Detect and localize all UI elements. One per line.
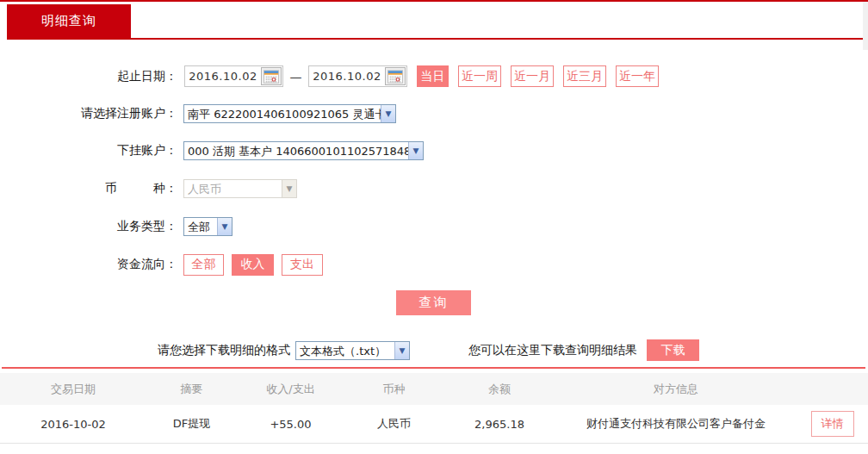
date-range-label: 起止日期： xyxy=(0,69,177,84)
sub-account-row: 下挂账户： 000 活期 基本户 1406600101102571848 ▼ xyxy=(0,141,424,160)
end-date-input[interactable]: 2016.10.02 xyxy=(308,65,407,87)
detail-button[interactable]: 详情 xyxy=(811,411,854,437)
business-type-value: 全部 xyxy=(184,218,217,235)
start-date-calendar-button[interactable] xyxy=(261,67,282,85)
download-format-label: 请您选择下载明细的格式 xyxy=(158,343,290,358)
table-top-divider xyxy=(2,367,865,369)
query-button[interactable]: 查询 xyxy=(396,290,471,315)
business-type-row: 业务类型： 全部 ▼ xyxy=(0,217,232,236)
quick-range-week-button[interactable]: 近一周 xyxy=(458,65,501,87)
calendar-icon xyxy=(388,70,403,84)
fund-flow-label: 资金流向： xyxy=(0,257,177,272)
sub-account-label: 下挂账户： xyxy=(0,143,177,159)
cell-action: 详情 xyxy=(797,411,868,437)
currency-label: 币种： xyxy=(0,181,177,196)
chevron-down-icon: ▼ xyxy=(282,180,296,197)
download-format-value: 文本格式（.txt） xyxy=(296,342,394,359)
chevron-down-icon: ▼ xyxy=(217,218,232,235)
cell-counterparty: 财付通支付科技有限公司客户备付金 xyxy=(555,416,797,432)
date-separator: — xyxy=(283,70,308,84)
quick-range-year-button[interactable]: 近一年 xyxy=(616,65,659,87)
quick-range-month-button[interactable]: 近一月 xyxy=(511,65,554,87)
register-account-label: 请选择注册账户： xyxy=(0,106,177,121)
header-income-expense: 收入/支出 xyxy=(237,382,344,397)
start-date-value: 2016.10.02 xyxy=(185,70,261,83)
table-header-row: 交易日期 摘要 收入/支出 币种 余额 对方信息 xyxy=(0,373,868,405)
end-date-calendar-button[interactable] xyxy=(385,67,406,85)
tab-underline xyxy=(7,38,864,40)
header-counterparty: 对方信息 xyxy=(555,382,797,397)
cell-amount: +55.00 xyxy=(237,418,344,431)
sub-account-value: 000 活期 基本户 1406600101102571848 xyxy=(184,142,408,159)
currency-value: 人民币 xyxy=(184,180,282,197)
header-balance: 余额 xyxy=(443,382,555,397)
currency-row: 币种： 人民币 ▼ xyxy=(0,179,297,198)
cell-balance: 2,965.18 xyxy=(443,418,555,431)
register-account-select[interactable]: 南平 6222001406100921065 灵通卡 ▼ xyxy=(183,104,396,123)
fund-flow-all-button[interactable]: 全部 xyxy=(183,254,224,276)
header-currency: 币种 xyxy=(344,382,443,397)
chevron-down-icon: ▼ xyxy=(394,342,409,359)
register-account-value: 南平 6222001406100921065 灵通卡 xyxy=(184,105,381,122)
business-type-label: 业务类型： xyxy=(0,219,177,234)
scrollbar-strip xyxy=(863,2,868,50)
fund-flow-expense-button[interactable]: 支出 xyxy=(282,254,323,276)
header-trade-date: 交易日期 xyxy=(0,382,146,397)
cell-trade-date: 2016-10-02 xyxy=(0,418,146,431)
business-type-select[interactable]: 全部 ▼ xyxy=(183,217,232,236)
end-date-value: 2016.10.02 xyxy=(309,70,385,83)
cell-summary: DF提现 xyxy=(146,416,237,432)
sub-account-select[interactable]: 000 活期 基本户 1406600101102571848 ▼ xyxy=(183,141,424,160)
quick-range-today-button[interactable]: 当日 xyxy=(417,65,449,87)
fund-flow-row: 资金流向： 全部 收入 支出 xyxy=(0,253,323,276)
tab-detail-query[interactable]: 明细查询 xyxy=(7,4,131,38)
table-row: 2016-10-02 DF提现 +55.00 人民币 2,965.18 财付通支… xyxy=(0,405,868,444)
download-hint: 您可以在这里下载查询明细结果 xyxy=(468,343,637,358)
detail-query-page: 明细查询 起止日期： 2016.10.02 — xyxy=(0,0,868,454)
date-range-row: 起止日期： 2016.10.02 — 2016.10.02 xyxy=(0,65,659,87)
download-button[interactable]: 下载 xyxy=(647,339,699,361)
start-date-input[interactable]: 2016.10.02 xyxy=(184,65,283,87)
currency-select: 人民币 ▼ xyxy=(183,179,297,198)
chevron-down-icon: ▼ xyxy=(408,142,423,159)
tab-label: 明细查询 xyxy=(41,13,96,29)
calendar-icon xyxy=(264,70,279,84)
chevron-down-icon: ▼ xyxy=(381,105,395,122)
download-row: 请您选择下载明细的格式 文本格式（.txt） ▼ 您可以在这里下载查询明细结果 … xyxy=(0,339,699,361)
download-format-select[interactable]: 文本格式（.txt） ▼ xyxy=(295,341,410,360)
top-red-line xyxy=(0,0,868,2)
fund-flow-income-button[interactable]: 收入 xyxy=(232,254,274,276)
cell-currency: 人民币 xyxy=(344,416,443,432)
register-account-row: 请选择注册账户： 南平 6222001406100921065 灵通卡 ▼ xyxy=(0,104,396,123)
header-summary: 摘要 xyxy=(146,382,237,397)
quick-range-quarter-button[interactable]: 近三月 xyxy=(563,65,606,87)
